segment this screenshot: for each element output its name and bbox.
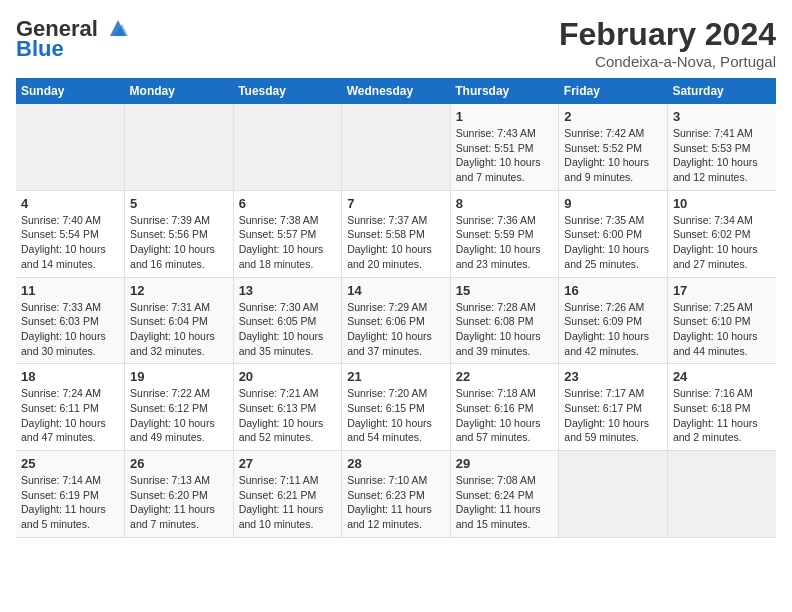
day-number: 1 xyxy=(456,109,554,124)
day-number: 20 xyxy=(239,369,337,384)
calendar-cell: 16Sunrise: 7:26 AM Sunset: 6:09 PM Dayli… xyxy=(559,277,668,364)
day-number: 29 xyxy=(456,456,554,471)
day-info: Sunrise: 7:28 AM Sunset: 6:08 PM Dayligh… xyxy=(456,300,554,359)
calendar-cell: 17Sunrise: 7:25 AM Sunset: 6:10 PM Dayli… xyxy=(667,277,776,364)
week-row-4: 18Sunrise: 7:24 AM Sunset: 6:11 PM Dayli… xyxy=(16,364,776,451)
logo: General Blue xyxy=(16,16,130,61)
weekday-header-friday: Friday xyxy=(559,78,668,104)
day-number: 2 xyxy=(564,109,662,124)
calendar-cell: 2Sunrise: 7:42 AM Sunset: 5:52 PM Daylig… xyxy=(559,104,668,190)
day-number: 19 xyxy=(130,369,228,384)
day-info: Sunrise: 7:34 AM Sunset: 6:02 PM Dayligh… xyxy=(673,213,771,272)
calendar-cell: 18Sunrise: 7:24 AM Sunset: 6:11 PM Dayli… xyxy=(16,364,125,451)
day-info: Sunrise: 7:18 AM Sunset: 6:16 PM Dayligh… xyxy=(456,386,554,445)
day-number: 3 xyxy=(673,109,771,124)
day-info: Sunrise: 7:17 AM Sunset: 6:17 PM Dayligh… xyxy=(564,386,662,445)
calendar-cell xyxy=(233,104,342,190)
calendar-cell: 11Sunrise: 7:33 AM Sunset: 6:03 PM Dayli… xyxy=(16,277,125,364)
day-info: Sunrise: 7:11 AM Sunset: 6:21 PM Dayligh… xyxy=(239,473,337,532)
day-info: Sunrise: 7:29 AM Sunset: 6:06 PM Dayligh… xyxy=(347,300,445,359)
day-info: Sunrise: 7:14 AM Sunset: 6:19 PM Dayligh… xyxy=(21,473,119,532)
calendar-cell xyxy=(16,104,125,190)
calendar-cell: 9Sunrise: 7:35 AM Sunset: 6:00 PM Daylig… xyxy=(559,190,668,277)
day-number: 6 xyxy=(239,196,337,211)
day-number: 9 xyxy=(564,196,662,211)
calendar-cell: 28Sunrise: 7:10 AM Sunset: 6:23 PM Dayli… xyxy=(342,451,451,538)
day-info: Sunrise: 7:30 AM Sunset: 6:05 PM Dayligh… xyxy=(239,300,337,359)
day-info: Sunrise: 7:38 AM Sunset: 5:57 PM Dayligh… xyxy=(239,213,337,272)
day-info: Sunrise: 7:21 AM Sunset: 6:13 PM Dayligh… xyxy=(239,386,337,445)
calendar-cell: 21Sunrise: 7:20 AM Sunset: 6:15 PM Dayli… xyxy=(342,364,451,451)
day-info: Sunrise: 7:10 AM Sunset: 6:23 PM Dayligh… xyxy=(347,473,445,532)
calendar-cell: 1Sunrise: 7:43 AM Sunset: 5:51 PM Daylig… xyxy=(450,104,559,190)
day-info: Sunrise: 7:24 AM Sunset: 6:11 PM Dayligh… xyxy=(21,386,119,445)
day-number: 13 xyxy=(239,283,337,298)
day-info: Sunrise: 7:16 AM Sunset: 6:18 PM Dayligh… xyxy=(673,386,771,445)
day-info: Sunrise: 7:35 AM Sunset: 6:00 PM Dayligh… xyxy=(564,213,662,272)
day-number: 23 xyxy=(564,369,662,384)
day-info: Sunrise: 7:42 AM Sunset: 5:52 PM Dayligh… xyxy=(564,126,662,185)
calendar-cell: 25Sunrise: 7:14 AM Sunset: 6:19 PM Dayli… xyxy=(16,451,125,538)
day-number: 27 xyxy=(239,456,337,471)
calendar-cell: 24Sunrise: 7:16 AM Sunset: 6:18 PM Dayli… xyxy=(667,364,776,451)
calendar-cell: 15Sunrise: 7:28 AM Sunset: 6:08 PM Dayli… xyxy=(450,277,559,364)
calendar-cell: 5Sunrise: 7:39 AM Sunset: 5:56 PM Daylig… xyxy=(125,190,234,277)
calendar-cell: 27Sunrise: 7:11 AM Sunset: 6:21 PM Dayli… xyxy=(233,451,342,538)
day-number: 28 xyxy=(347,456,445,471)
calendar-cell: 20Sunrise: 7:21 AM Sunset: 6:13 PM Dayli… xyxy=(233,364,342,451)
day-number: 17 xyxy=(673,283,771,298)
calendar-cell: 8Sunrise: 7:36 AM Sunset: 5:59 PM Daylig… xyxy=(450,190,559,277)
day-number: 12 xyxy=(130,283,228,298)
day-number: 5 xyxy=(130,196,228,211)
title-block: February 2024 Condeixa-a-Nova, Portugal xyxy=(559,16,776,70)
day-info: Sunrise: 7:08 AM Sunset: 6:24 PM Dayligh… xyxy=(456,473,554,532)
calendar-cell xyxy=(342,104,451,190)
day-number: 10 xyxy=(673,196,771,211)
calendar-cell: 14Sunrise: 7:29 AM Sunset: 6:06 PM Dayli… xyxy=(342,277,451,364)
weekday-header-monday: Monday xyxy=(125,78,234,104)
calendar-cell: 7Sunrise: 7:37 AM Sunset: 5:58 PM Daylig… xyxy=(342,190,451,277)
day-info: Sunrise: 7:13 AM Sunset: 6:20 PM Dayligh… xyxy=(130,473,228,532)
day-number: 25 xyxy=(21,456,119,471)
day-number: 4 xyxy=(21,196,119,211)
calendar-cell: 26Sunrise: 7:13 AM Sunset: 6:20 PM Dayli… xyxy=(125,451,234,538)
calendar-cell: 10Sunrise: 7:34 AM Sunset: 6:02 PM Dayli… xyxy=(667,190,776,277)
weekday-header-thursday: Thursday xyxy=(450,78,559,104)
weekday-header-tuesday: Tuesday xyxy=(233,78,342,104)
day-number: 18 xyxy=(21,369,119,384)
day-info: Sunrise: 7:37 AM Sunset: 5:58 PM Dayligh… xyxy=(347,213,445,272)
day-info: Sunrise: 7:36 AM Sunset: 5:59 PM Dayligh… xyxy=(456,213,554,272)
calendar-cell: 22Sunrise: 7:18 AM Sunset: 6:16 PM Dayli… xyxy=(450,364,559,451)
day-info: Sunrise: 7:33 AM Sunset: 6:03 PM Dayligh… xyxy=(21,300,119,359)
calendar-subtitle: Condeixa-a-Nova, Portugal xyxy=(559,53,776,70)
calendar-cell xyxy=(125,104,234,190)
weekday-header-row: SundayMondayTuesdayWednesdayThursdayFrid… xyxy=(16,78,776,104)
day-info: Sunrise: 7:43 AM Sunset: 5:51 PM Dayligh… xyxy=(456,126,554,185)
day-info: Sunrise: 7:39 AM Sunset: 5:56 PM Dayligh… xyxy=(130,213,228,272)
day-info: Sunrise: 7:22 AM Sunset: 6:12 PM Dayligh… xyxy=(130,386,228,445)
page-header: General Blue February 2024 Condeixa-a-No… xyxy=(16,16,776,70)
weekday-header-sunday: Sunday xyxy=(16,78,125,104)
day-number: 16 xyxy=(564,283,662,298)
calendar-cell: 12Sunrise: 7:31 AM Sunset: 6:04 PM Dayli… xyxy=(125,277,234,364)
day-info: Sunrise: 7:20 AM Sunset: 6:15 PM Dayligh… xyxy=(347,386,445,445)
weekday-header-saturday: Saturday xyxy=(667,78,776,104)
day-info: Sunrise: 7:41 AM Sunset: 5:53 PM Dayligh… xyxy=(673,126,771,185)
week-row-5: 25Sunrise: 7:14 AM Sunset: 6:19 PM Dayli… xyxy=(16,451,776,538)
calendar-cell: 4Sunrise: 7:40 AM Sunset: 5:54 PM Daylig… xyxy=(16,190,125,277)
day-number: 8 xyxy=(456,196,554,211)
day-info: Sunrise: 7:26 AM Sunset: 6:09 PM Dayligh… xyxy=(564,300,662,359)
calendar-table: SundayMondayTuesdayWednesdayThursdayFrid… xyxy=(16,78,776,538)
week-row-3: 11Sunrise: 7:33 AM Sunset: 6:03 PM Dayli… xyxy=(16,277,776,364)
day-number: 15 xyxy=(456,283,554,298)
calendar-title: February 2024 xyxy=(559,16,776,53)
day-info: Sunrise: 7:25 AM Sunset: 6:10 PM Dayligh… xyxy=(673,300,771,359)
calendar-cell: 23Sunrise: 7:17 AM Sunset: 6:17 PM Dayli… xyxy=(559,364,668,451)
day-info: Sunrise: 7:31 AM Sunset: 6:04 PM Dayligh… xyxy=(130,300,228,359)
calendar-cell: 6Sunrise: 7:38 AM Sunset: 5:57 PM Daylig… xyxy=(233,190,342,277)
calendar-cell: 19Sunrise: 7:22 AM Sunset: 6:12 PM Dayli… xyxy=(125,364,234,451)
day-number: 7 xyxy=(347,196,445,211)
week-row-2: 4Sunrise: 7:40 AM Sunset: 5:54 PM Daylig… xyxy=(16,190,776,277)
day-number: 26 xyxy=(130,456,228,471)
calendar-cell: 13Sunrise: 7:30 AM Sunset: 6:05 PM Dayli… xyxy=(233,277,342,364)
